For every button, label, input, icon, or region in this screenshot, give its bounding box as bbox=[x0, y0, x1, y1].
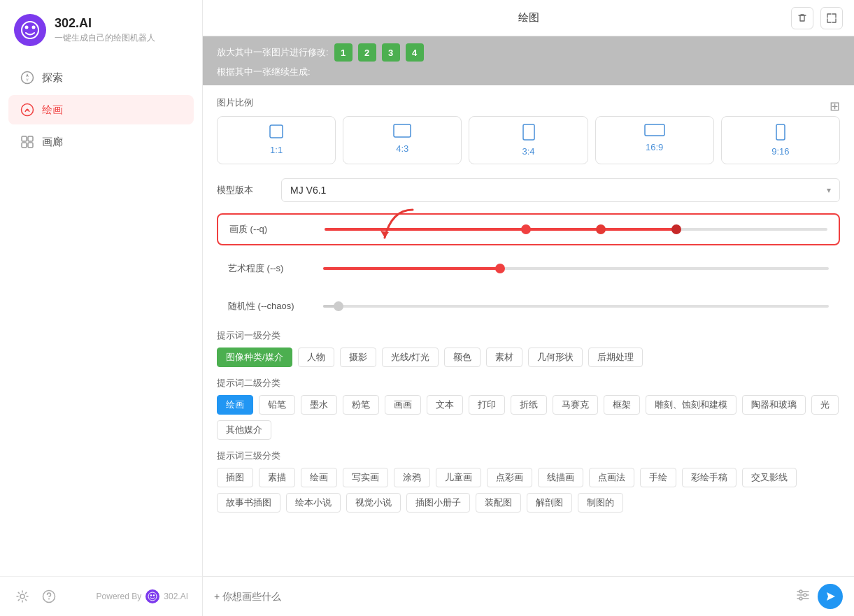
tag-realist[interactable]: 写实画 bbox=[343, 468, 388, 487]
tag-colored-manuscript[interactable]: 彩绘手稿 bbox=[682, 468, 736, 487]
ratio-1-1[interactable]: 1:1 bbox=[217, 116, 336, 164]
prompt-input[interactable] bbox=[214, 591, 788, 602]
svg-rect-10 bbox=[22, 143, 27, 148]
tag-illustration[interactable]: 插图 bbox=[217, 468, 253, 487]
sidebar-label-gallery: 画廊 bbox=[42, 136, 63, 149]
model-label: 模型版本 bbox=[217, 184, 273, 196]
tag-material[interactable]: 素材 bbox=[486, 348, 522, 367]
chaos-slider-thumb[interactable] bbox=[334, 301, 343, 311]
tag-manga[interactable]: 绘本小说 bbox=[286, 493, 341, 513]
tag-huihua[interactable]: 绘画 bbox=[301, 468, 337, 487]
sidebar-item-drawing[interactable]: 绘画 bbox=[8, 95, 194, 124]
ratio-3-4[interactable]: 3:4 bbox=[469, 116, 588, 164]
tag-pencil[interactable]: 铅笔 bbox=[259, 395, 295, 415]
img-btn-2[interactable]: 2 bbox=[358, 43, 376, 62]
tags-3-row: 插图 素描 绘画 写实画 涂鸦 儿童画 点彩画 线描画 点画法 手绘 彩绘手稿 … bbox=[217, 468, 840, 513]
app-title-group: 302.AI 一键生成自己的绘图机器人 bbox=[55, 16, 155, 44]
footer-icon-group bbox=[14, 588, 57, 605]
tag-child[interactable]: 儿童画 bbox=[436, 468, 481, 487]
tag-sketch[interactable]: 素描 bbox=[259, 468, 295, 487]
quality-slider-thumb-2[interactable] bbox=[596, 224, 606, 234]
drawing-icon bbox=[20, 102, 35, 117]
tags-level-1: 提示词一级分类 图像种类/媒介 人物 摄影 光线/灯光 额色 素材 几何形状 后… bbox=[217, 329, 840, 367]
app-logo bbox=[14, 14, 46, 46]
ratio-4-3-icon bbox=[393, 124, 411, 138]
tag-hand-draw[interactable]: 手绘 bbox=[640, 468, 676, 487]
ratio-settings-icon[interactable]: ⊞ bbox=[830, 99, 840, 114]
tag-text[interactable]: 文本 bbox=[427, 395, 463, 415]
svg-rect-22 bbox=[645, 124, 664, 136]
tag-booklet[interactable]: 插图小册子 bbox=[406, 493, 470, 513]
sidebar-item-gallery[interactable]: 画廊 bbox=[8, 127, 194, 157]
tag-print[interactable]: 打印 bbox=[469, 395, 505, 415]
art-slider-track[interactable] bbox=[323, 267, 829, 270]
powered-by: Powered By 302.AI bbox=[97, 589, 188, 603]
tags-1-row: 图像种类/媒介 人物 摄影 光线/灯光 额色 素材 几何形状 后期处理 bbox=[217, 348, 840, 367]
img-btn-1[interactable]: 1 bbox=[334, 43, 353, 62]
settings-footer-icon[interactable] bbox=[14, 588, 31, 605]
expand-button[interactable] bbox=[820, 7, 843, 29]
tag-assembly[interactable]: 装配图 bbox=[476, 493, 521, 513]
tag-frame[interactable]: 框架 bbox=[604, 395, 640, 415]
chaos-slider-track[interactable] bbox=[323, 305, 829, 308]
tag-post[interactable]: 后期处理 bbox=[588, 348, 643, 367]
tag-pointillism[interactable]: 点彩画 bbox=[487, 468, 532, 487]
tag-dot-art[interactable]: 点画法 bbox=[589, 468, 634, 487]
tag-geometry[interactable]: 几何形状 bbox=[528, 348, 583, 367]
svg-point-14 bbox=[48, 599, 50, 600]
ratio-4-3[interactable]: 4:3 bbox=[343, 116, 462, 164]
sidebar: 302.AI 一键生成自己的绘图机器人 探索 bbox=[0, 0, 203, 616]
ratio-1-1-icon bbox=[269, 124, 284, 139]
tag-ink[interactable]: 墨水 bbox=[301, 395, 337, 415]
tag-crosshatch[interactable]: 交叉影线 bbox=[742, 468, 797, 487]
ratio-9-16[interactable]: 9:16 bbox=[721, 116, 840, 164]
quality-slider-thumb-1[interactable] bbox=[521, 224, 531, 234]
svg-point-0 bbox=[22, 22, 38, 38]
tag-draw[interactable]: 画画 bbox=[385, 395, 421, 415]
tag-storybook[interactable]: 故事书插图 bbox=[217, 493, 280, 513]
app-subtitle: 一键生成自己的绘图机器人 bbox=[55, 32, 155, 44]
tag-person[interactable]: 人物 bbox=[298, 348, 334, 367]
help-footer-icon[interactable] bbox=[41, 588, 57, 605]
ratio-title: 图片比例 bbox=[217, 96, 253, 109]
quality-slider-thumb-3[interactable] bbox=[671, 224, 681, 234]
filter-icon[interactable] bbox=[795, 587, 811, 606]
tag-mosaic[interactable]: 马赛克 bbox=[553, 395, 598, 415]
ratio-9-16-label: 9:16 bbox=[771, 146, 789, 157]
topbar-actions bbox=[791, 7, 843, 29]
svg-point-15 bbox=[148, 592, 157, 601]
tag-graffiti[interactable]: 涂鸦 bbox=[394, 468, 430, 487]
tag-sculpt[interactable]: 雕刻、蚀刻和建模 bbox=[646, 395, 736, 415]
tag-visual-novel[interactable]: 视觉小说 bbox=[346, 493, 401, 513]
tag-light[interactable]: 光线/灯光 bbox=[382, 348, 439, 367]
tags-1-title: 提示词一级分类 bbox=[217, 329, 840, 342]
ratio-grid: 1:1 4:3 3:4 bbox=[217, 116, 840, 164]
art-slider-thumb[interactable] bbox=[495, 264, 505, 273]
img-btn-3[interactable]: 3 bbox=[382, 43, 400, 62]
tag-photo[interactable]: 摄影 bbox=[340, 348, 376, 367]
tag-painting[interactable]: 绘画 bbox=[217, 395, 253, 415]
tag-cartography[interactable]: 制图的 bbox=[578, 493, 623, 513]
tag-line-art[interactable]: 线描画 bbox=[538, 468, 583, 487]
ratio-16-9[interactable]: 16:9 bbox=[595, 116, 714, 164]
svg-rect-11 bbox=[28, 143, 33, 148]
svg-point-2 bbox=[32, 26, 36, 29]
tag-origami[interactable]: 折纸 bbox=[511, 395, 547, 415]
compass-icon bbox=[20, 70, 35, 85]
ratio-3-4-icon bbox=[522, 124, 535, 141]
tag-other-media[interactable]: 其他媒介 bbox=[217, 420, 271, 440]
tag-chalk[interactable]: 粉笔 bbox=[343, 395, 379, 415]
tag-anatomy[interactable]: 解剖图 bbox=[527, 493, 572, 513]
img-btn-4[interactable]: 4 bbox=[406, 43, 424, 62]
delete-button[interactable] bbox=[791, 7, 813, 29]
quality-slider-track[interactable] bbox=[325, 228, 827, 231]
sidebar-label-drawing: 绘画 bbox=[42, 103, 63, 117]
send-button[interactable] bbox=[818, 584, 843, 609]
model-select[interactable]: MJ V6.1 ▾ bbox=[281, 178, 840, 202]
tag-ceramic[interactable]: 陶器和玻璃 bbox=[742, 395, 806, 415]
tag-glow[interactable]: 光 bbox=[811, 395, 839, 415]
tag-image-type[interactable]: 图像种类/媒介 bbox=[217, 348, 292, 367]
sidebar-item-explore[interactable]: 探索 bbox=[8, 63, 194, 92]
tag-color[interactable]: 额色 bbox=[444, 348, 481, 367]
tags-level-3: 提示词三级分类 插图 素描 绘画 写实画 涂鸦 儿童画 点彩画 线描画 点画法 … bbox=[217, 450, 840, 513]
